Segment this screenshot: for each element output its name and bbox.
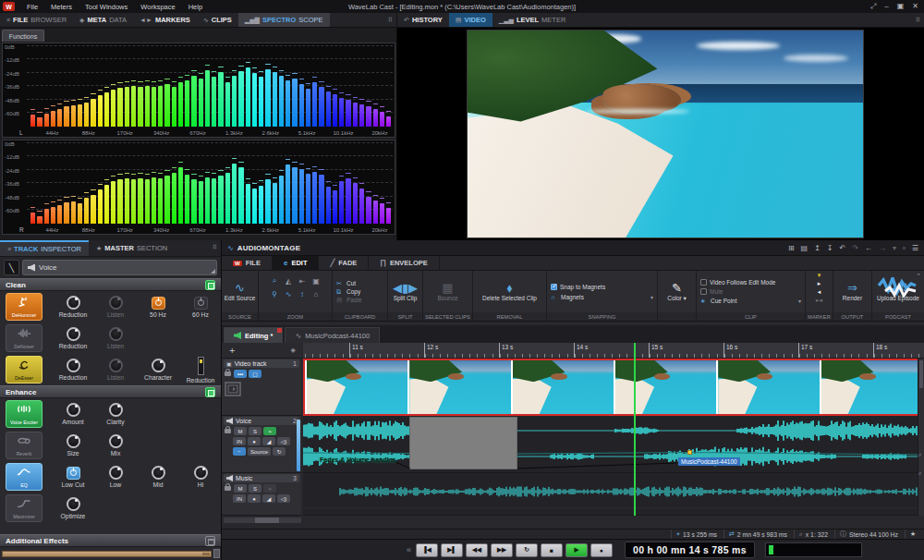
mute-checkbox[interactable]: Mute	[700, 288, 801, 295]
denoiser-button[interactable]: DeNoiser	[6, 324, 43, 352]
ribbon-tab-edit[interactable]: eEDIT	[273, 256, 320, 270]
track-options-icon[interactable]: ◈	[291, 347, 296, 354]
nav-forward-icon[interactable]: →	[879, 244, 886, 252]
menu-help[interactable]: Help	[182, 3, 209, 11]
zoom-whole-icon[interactable]: ▣	[310, 275, 322, 287]
track-preset-dropdown[interactable]: Voice	[22, 260, 217, 275]
lock-icon[interactable]	[225, 371, 231, 376]
fader-button[interactable]: ◢	[262, 494, 275, 503]
solo-button[interactable]: S	[249, 484, 261, 493]
tab-markers[interactable]: ◄►MARKERS	[133, 13, 197, 27]
timeline-ruler[interactable]: 11 s12 s13 s14 s15 s16 s17 s18 s	[303, 343, 924, 359]
section-toggle-icon[interactable]	[205, 280, 215, 290]
marker-dropdown-icon[interactable]: ▾	[818, 272, 821, 279]
reduction-knob[interactable]: Reduction	[52, 327, 94, 349]
record-arm-button[interactable]: ●	[248, 437, 261, 445]
clip-name-label[interactable]: MusicPodcast-44100	[678, 457, 740, 466]
mute-button[interactable]: M	[234, 484, 247, 493]
ribbon-tab-fade[interactable]: ╱FADE	[319, 256, 369, 270]
effects-active-button[interactable]: ⌁	[263, 427, 276, 435]
input-button[interactable]: IN	[233, 494, 246, 503]
maximizer-button[interactable]: Maximizer	[6, 494, 43, 522]
panel-options-icon[interactable]: ☰	[912, 244, 918, 252]
add-track-button[interactable]: ＋	[227, 344, 237, 357]
ribbon-tab-envelope[interactable]: ∏ENVELOPE	[369, 256, 439, 270]
bounce-button[interactable]: ▦ Bounce	[423, 271, 472, 312]
marker-pair-icon[interactable]: ▸◂	[816, 297, 822, 304]
montage-horizontal-scrollbar[interactable]	[224, 517, 301, 523]
tab-clips[interactable]: ∿CLIPS	[197, 13, 238, 27]
amount-knob[interactable]: Amount	[52, 403, 94, 425]
eq-button[interactable]: EQ	[6, 463, 43, 491]
document-tab-editing[interactable]: Editing *	[224, 327, 283, 343]
monitor-button[interactable]: ◁)	[277, 437, 290, 445]
transport-collapse-icon[interactable]: «	[407, 545, 411, 554]
record-arm-button[interactable]: ●	[248, 494, 261, 503]
magnets-dropdown[interactable]: ∩Magnets▾	[551, 294, 653, 300]
edit-source-button[interactable]: ∿ Edit Source	[222, 271, 258, 312]
hi-knob[interactable]: Hi	[179, 466, 222, 488]
redo-icon[interactable]: ↷	[852, 244, 858, 252]
tab-metadata[interactable]: ◈METADATA	[73, 13, 133, 27]
cue-point-dropdown[interactable]: ∗Cue Point▾	[700, 298, 801, 305]
60-hz-power[interactable]: 60 Hz	[179, 297, 222, 318]
voice-track-lane[interactable]: Fades & Volume handles MusicPodcast-4410…	[303, 416, 924, 473]
copy-button[interactable]: ⧉Copy	[336, 288, 383, 296]
stop-button[interactable]: ■	[541, 543, 563, 557]
video-track-name[interactable]: ▣ Video track 1	[224, 359, 299, 368]
time-display[interactable]: 00 h 00 mn 14 s 785 ms	[625, 542, 755, 558]
voice-track-name[interactable]: Voice 2	[224, 417, 299, 425]
lock-icon[interactable]	[225, 429, 231, 433]
zoom-selection-icon[interactable]: ⌕	[268, 275, 281, 287]
prev-marker-icon[interactable]: ◂	[818, 288, 821, 296]
delete-selected-clip-button[interactable]: ⬧ Delete Selected Clip	[473, 271, 546, 312]
forward-button[interactable]: ▶▶	[491, 543, 513, 557]
video-follows-edit-mode-checkbox[interactable]: Video Follows Edit Mode	[700, 279, 801, 286]
effects-button[interactable]: ⌁	[263, 484, 276, 493]
input-button[interactable]: IN	[233, 437, 246, 445]
inspector-tab-master[interactable]: ★MASTERSECTION	[89, 240, 175, 256]
functions-button[interactable]: Functions	[2, 30, 44, 42]
music-track-name[interactable]: Music 3	[224, 474, 299, 482]
voice-exciter-button[interactable]: Voice Exciter	[6, 400, 43, 428]
clarity-knob[interactable]: Clarity	[94, 403, 137, 425]
color-dropdown[interactable]: ✎ Color ▾	[658, 271, 696, 312]
montage-duration[interactable]: ⇄ 2 mn 49 s 983 ms	[723, 530, 792, 539]
reduction-knob[interactable]: Reduction	[52, 359, 94, 381]
menu-tool-windows[interactable]: Tool Windows	[79, 3, 134, 11]
nav-back-icon[interactable]: ←	[865, 244, 872, 252]
new-window-icon[interactable]: ⊞	[788, 244, 795, 252]
listen-knob[interactable]: Listen	[94, 359, 137, 381]
menu-file[interactable]: File	[20, 3, 44, 11]
character-knob[interactable]: Character	[137, 359, 179, 381]
cut-button[interactable]: ✂Cut	[336, 280, 383, 287]
dropdown-icon[interactable]: ▾	[893, 244, 896, 252]
section-toggle-icon[interactable]	[205, 387, 215, 397]
panel-options-icon[interactable]: ⠿	[388, 17, 393, 24]
loop-button[interactable]: ↻	[516, 543, 538, 557]
video-track-lane[interactable]	[303, 359, 924, 416]
edit-tool-button[interactable]: ╲	[4, 260, 19, 275]
record-button[interactable]: ●	[590, 543, 613, 557]
frame-mode-button[interactable]: ▢	[249, 370, 261, 378]
zoom-clip-icon[interactable]: ⚲	[268, 288, 281, 300]
solo-button[interactable]: S	[249, 427, 261, 435]
split-clip-button[interactable]: ◀▮▶ Split Clip	[388, 271, 422, 312]
optimize-knob[interactable]: Optimize	[52, 497, 94, 519]
lock-icon[interactable]	[225, 486, 231, 491]
panel-options-icon[interactable]: ⠿	[916, 17, 920, 24]
snap-to-magnets-checkbox[interactable]: Snap to Magnets	[551, 284, 653, 290]
fader-button[interactable]: ◢	[262, 437, 275, 445]
render-button[interactable]: ⇒ Render	[833, 271, 871, 312]
menu-meters[interactable]: Meters	[44, 3, 79, 11]
restore-down-icon[interactable]: ⤢	[870, 2, 876, 11]
paste-button[interactable]: ▤Paste	[336, 297, 383, 304]
go-to-end-button[interactable]: ▶▌	[441, 543, 463, 557]
ribbon-tab-file[interactable]: WFILE	[222, 256, 273, 270]
undo-icon[interactable]: ↶	[840, 244, 846, 252]
source-button[interactable]: Source	[248, 447, 271, 456]
inspector-tab-track[interactable]: ≡TRACKINSPECTOR	[0, 240, 89, 256]
audio-format[interactable]: ⓘ Stereo 44 100 Hz	[834, 530, 903, 539]
tab-spectroscope[interactable]: ▂▅▇SPECTROSCOPE	[238, 13, 330, 27]
reduction-fader[interactable]: Reduction	[179, 357, 222, 383]
